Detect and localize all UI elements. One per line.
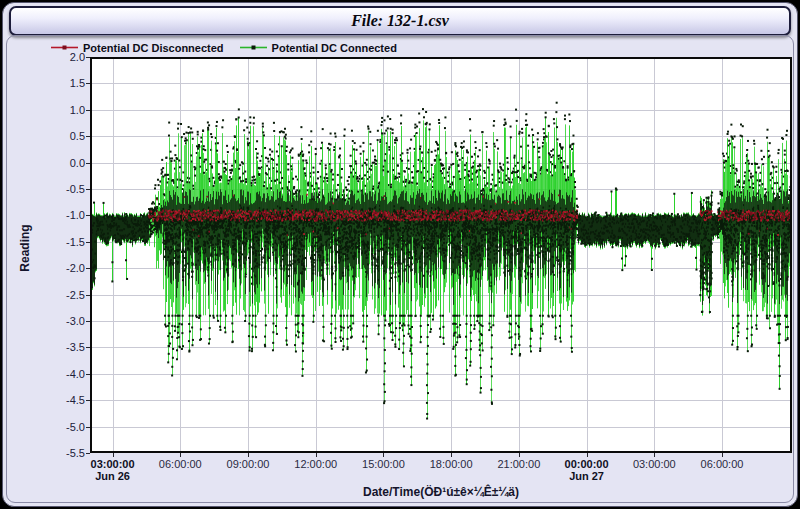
window-title: File: 132-1.csv xyxy=(351,12,449,30)
y-tick-label: -1.5 xyxy=(51,236,85,248)
y-tick-mark xyxy=(86,83,90,84)
app-window: File: 132-1.csv Potential DC Disconnecte… xyxy=(0,0,800,509)
y-tick-mark xyxy=(86,57,90,58)
y-tick-label: -2.0 xyxy=(51,262,85,274)
y-tick-label: 0.5 xyxy=(51,130,85,142)
y-tick-mark xyxy=(86,242,90,243)
y-tick-mark xyxy=(86,295,90,296)
y-tick-label: -3.0 xyxy=(51,315,85,327)
plot-area[interactable] xyxy=(90,57,792,453)
y-tick-label: 1.0 xyxy=(51,104,85,116)
x-tick-mark xyxy=(248,453,249,457)
chart-panel: Potential DC Disconnected Potential DC C… xyxy=(6,35,794,503)
y-tick-label: 2.0 xyxy=(51,51,85,63)
x-tick-mark xyxy=(316,453,317,457)
y-tick-mark xyxy=(86,189,90,190)
x-tick-mark xyxy=(654,453,655,457)
y-tick-label: -3.5 xyxy=(51,341,85,353)
y-tick-label: -5.0 xyxy=(51,421,85,433)
y-tick-mark xyxy=(86,163,90,164)
x-tick-date-label: Jun 27 xyxy=(547,470,627,482)
y-tick-label: -4.5 xyxy=(51,394,85,406)
y-tick-label: -0.5 xyxy=(51,183,85,195)
x-tick-mark xyxy=(180,453,181,457)
x-tick-label: 06:00:00 xyxy=(682,458,762,470)
x-tick-mark xyxy=(113,453,114,457)
y-tick-mark xyxy=(86,215,90,216)
x-tick-mark xyxy=(587,453,588,457)
y-tick-mark xyxy=(86,453,90,454)
main-panel: File: 132-1.csv Potential DC Disconnecte… xyxy=(2,2,798,507)
y-tick-mark xyxy=(86,427,90,428)
x-tick-mark xyxy=(451,453,452,457)
x-tick-date-label: Jun 26 xyxy=(73,470,153,482)
y-tick-mark xyxy=(86,110,90,111)
y-tick-mark xyxy=(86,400,90,401)
green-line-marker-icon xyxy=(240,43,267,52)
y-tick-label: -1.0 xyxy=(51,209,85,221)
y-tick-label: 0.0 xyxy=(51,157,85,169)
x-tick-mark xyxy=(722,453,723,457)
window-title-bar: File: 132-1.csv xyxy=(9,6,791,36)
x-tick-mark xyxy=(383,453,384,457)
chart-legend: Potential DC Disconnected Potential DC C… xyxy=(51,40,397,55)
x-axis-title: Date/Time(ÖÐ¹ú±ê×¼Ê±¼ä) xyxy=(90,485,792,499)
y-tick-mark xyxy=(86,268,90,269)
y-tick-mark xyxy=(86,347,90,348)
y-tick-label: -4.0 xyxy=(51,368,85,380)
legend-label-connected: Potential DC Connected xyxy=(272,42,397,54)
y-tick-mark xyxy=(86,321,90,322)
y-axis-title: Reading xyxy=(18,217,32,279)
legend-label-disconnected: Potential DC Disconnected xyxy=(83,42,224,54)
y-tick-label: 1.5 xyxy=(51,77,85,89)
legend-item-potential-dc-connected: Potential DC Connected xyxy=(240,42,397,54)
y-tick-label: -2.5 xyxy=(51,289,85,301)
y-tick-mark xyxy=(86,136,90,137)
x-tick-mark xyxy=(519,453,520,457)
y-tick-mark xyxy=(86,374,90,375)
